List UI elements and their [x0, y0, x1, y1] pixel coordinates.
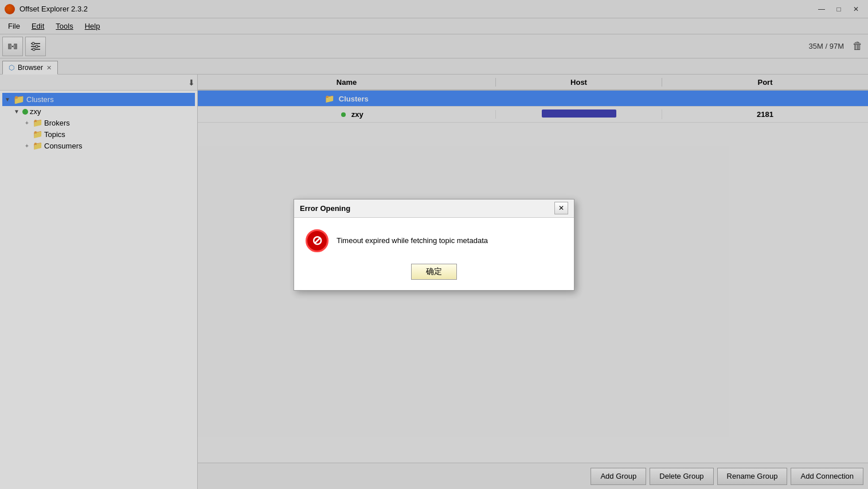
modal-title-bar: Error Opening ✕ [294, 199, 574, 218]
modal-ok-button[interactable]: 确定 [411, 264, 457, 280]
modal-dialog: Error Opening ✕ ⊘ Timeout expired while … [294, 199, 574, 291]
modal-title: Error Opening [300, 204, 350, 213]
modal-content-row: ⊘ Timeout expired while fetching topic m… [306, 229, 562, 252]
modal-overlay: Error Opening ✕ ⊘ Timeout expired while … [0, 0, 868, 489]
modal-footer: 确定 [306, 264, 562, 280]
modal-body: ⊘ Timeout expired while fetching topic m… [294, 218, 574, 289]
error-icon: ⊘ [306, 229, 329, 252]
modal-close-button[interactable]: ✕ [554, 202, 568, 214]
modal-message: Timeout expired while fetching topic met… [337, 236, 488, 245]
